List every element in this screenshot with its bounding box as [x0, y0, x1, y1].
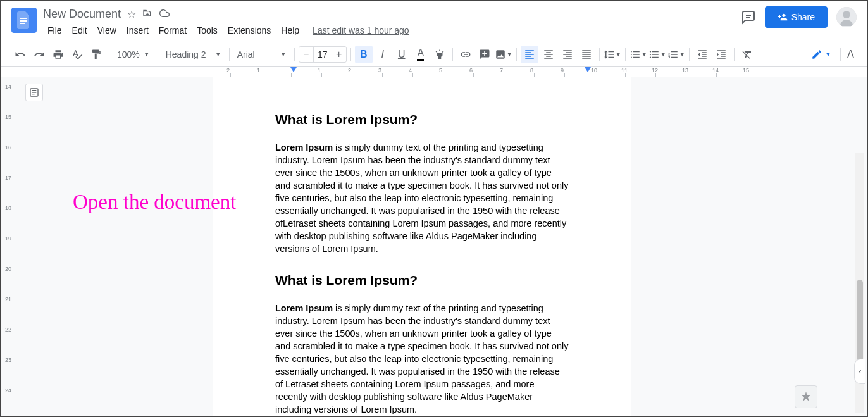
- redo-button[interactable]: [30, 46, 48, 63]
- account-avatar[interactable]: [836, 7, 857, 27]
- editing-mode-button[interactable]: ▼: [806, 46, 836, 63]
- svg-point-6: [843, 11, 850, 18]
- paragraph[interactable]: Lorem Ipsum is simply dummy text of the …: [275, 302, 569, 416]
- heading[interactable]: What is Lorem Ipsum?: [275, 112, 569, 127]
- left-indent-marker[interactable]: [290, 67, 297, 72]
- menu-edit[interactable]: Edit: [68, 23, 92, 38]
- menu-view[interactable]: View: [93, 23, 121, 38]
- add-comment-button[interactable]: [476, 46, 493, 63]
- underline-button[interactable]: U: [393, 46, 411, 63]
- last-edit-link[interactable]: Last edit was 1 hour ago: [313, 25, 409, 35]
- document-title[interactable]: New Document: [43, 8, 121, 21]
- share-button[interactable]: Share: [765, 6, 828, 28]
- clear-formatting-button[interactable]: [738, 46, 756, 63]
- font-dropdown[interactable]: Arial▼: [233, 46, 290, 63]
- bulleted-list-button[interactable]: ▼: [648, 46, 666, 63]
- menu-insert[interactable]: Insert: [122, 23, 153, 38]
- menu-tools[interactable]: Tools: [192, 23, 222, 38]
- paragraph[interactable]: Lorem Ipsum is simply dummy text of the …: [275, 141, 569, 255]
- toolbar: 100%▼ Heading 2▼ Arial▼ − 17 + B I U A ▼…: [1, 42, 867, 67]
- heading[interactable]: What is Lorem Ipsum?: [275, 273, 569, 288]
- person-add-icon: [778, 12, 788, 22]
- highlight-button[interactable]: [431, 46, 449, 63]
- checklist-button[interactable]: ▼: [629, 46, 647, 63]
- bold-button[interactable]: B: [355, 46, 373, 63]
- svg-rect-1: [20, 20, 27, 22]
- zoom-dropdown[interactable]: 100%▼: [113, 46, 154, 63]
- insert-link-button[interactable]: [457, 46, 474, 63]
- star-icon[interactable]: ☆: [127, 8, 136, 20]
- collapse-toolbar-button[interactable]: ᐱ: [845, 46, 857, 63]
- svg-rect-2: [20, 23, 25, 24]
- text-color-button[interactable]: A: [412, 46, 430, 63]
- right-indent-marker[interactable]: [585, 67, 591, 72]
- font-size-decrease[interactable]: −: [299, 47, 313, 62]
- page-break-indicator: [213, 223, 631, 223]
- explore-button[interactable]: [795, 385, 817, 408]
- align-center-button[interactable]: [540, 46, 557, 63]
- numbered-list-button[interactable]: ▼: [667, 46, 685, 63]
- move-icon[interactable]: [142, 8, 152, 20]
- align-right-button[interactable]: [559, 46, 576, 63]
- print-button[interactable]: [49, 46, 67, 63]
- menu-format[interactable]: Format: [154, 23, 191, 38]
- line-spacing-button[interactable]: ▼: [604, 46, 621, 63]
- comment-history-icon[interactable]: [741, 9, 756, 25]
- spellcheck-button[interactable]: [68, 46, 86, 63]
- increase-indent-button[interactable]: [712, 46, 730, 63]
- italic-button[interactable]: I: [374, 46, 392, 63]
- share-label: Share: [791, 12, 815, 22]
- horizontal-ruler[interactable]: 21123456789101112131415: [22, 67, 867, 77]
- styles-dropdown[interactable]: Heading 2▼: [162, 46, 225, 63]
- align-justify-button[interactable]: [578, 46, 595, 63]
- docs-logo[interactable]: [11, 8, 37, 33]
- undo-button[interactable]: [11, 46, 29, 63]
- vertical-ruler[interactable]: 141516171819202122232425: [1, 77, 22, 416]
- side-panel-toggle[interactable]: ‹: [854, 359, 865, 384]
- menu-file[interactable]: File: [43, 23, 66, 38]
- decrease-indent-button[interactable]: [693, 46, 711, 63]
- insert-image-button[interactable]: ▼: [495, 46, 512, 63]
- document-page[interactable]: What is Lorem Ipsum? Lorem Ipsum is simp…: [213, 77, 631, 416]
- cloud-status-icon[interactable]: [159, 8, 170, 20]
- paint-format-button[interactable]: [87, 46, 105, 63]
- align-left-button[interactable]: [521, 46, 538, 63]
- menu-extensions[interactable]: Extensions: [223, 23, 275, 38]
- menu-help[interactable]: Help: [276, 23, 304, 38]
- font-size-increase[interactable]: +: [332, 47, 346, 62]
- font-size-input[interactable]: 17: [313, 47, 332, 62]
- svg-rect-0: [20, 18, 27, 19]
